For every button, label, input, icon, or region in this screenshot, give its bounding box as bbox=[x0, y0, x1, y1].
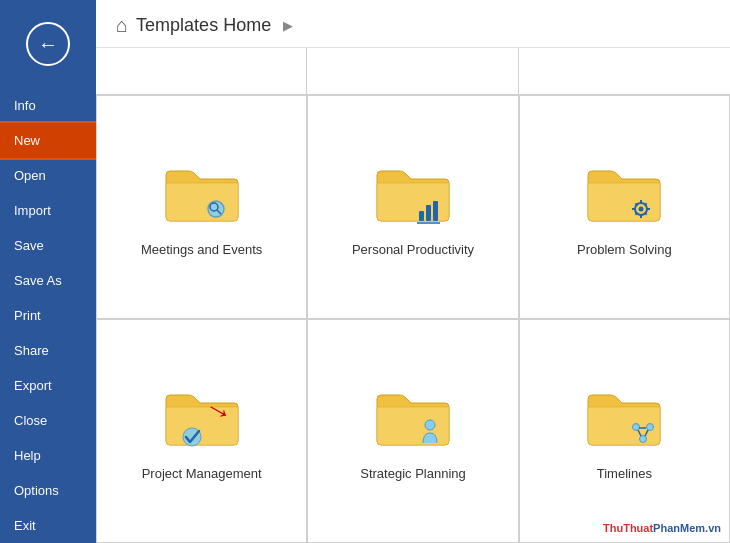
template-label-problem: Problem Solving bbox=[577, 242, 672, 257]
page-title: Templates Home bbox=[136, 15, 271, 36]
template-card-meetings-events[interactable]: Meetings and Events bbox=[96, 95, 307, 319]
folder-icon-productivity bbox=[373, 161, 453, 226]
sidebar-item-print[interactable]: Print bbox=[0, 298, 96, 333]
template-label-strategic: Strategic Planning bbox=[360, 466, 466, 481]
home-icon: ⌂ bbox=[116, 14, 128, 37]
svg-point-20 bbox=[647, 424, 654, 431]
template-card-personal-productivity[interactable]: Personal Productivity bbox=[307, 95, 518, 319]
back-button[interactable]: ← bbox=[0, 0, 96, 88]
template-label-meetings: Meetings and Events bbox=[141, 242, 262, 257]
svg-rect-5 bbox=[433, 201, 438, 221]
main-content: ⌂ Templates Home ▶ Meetings and Events bbox=[96, 0, 730, 543]
template-label-productivity: Personal Productivity bbox=[352, 242, 474, 257]
svg-point-18 bbox=[425, 420, 435, 430]
template-card-strategic-planning[interactable]: Strategic Planning bbox=[307, 319, 518, 543]
template-card-problem-solving[interactable]: Problem Solving bbox=[519, 95, 730, 319]
sidebar-item-open[interactable]: Open bbox=[0, 158, 96, 193]
folder-icon-project: → bbox=[162, 385, 242, 450]
sidebar-item-close[interactable]: Close bbox=[0, 403, 96, 438]
template-label-timelines: Timelines bbox=[597, 466, 652, 481]
watermark: ThuThuatPhanMem.vn bbox=[603, 522, 721, 534]
sidebar-item-export[interactable]: Export bbox=[0, 368, 96, 403]
template-label-project: Project Management bbox=[142, 466, 262, 481]
sidebar-item-help[interactable]: Help bbox=[0, 438, 96, 473]
folder-icon-strategic bbox=[373, 385, 453, 450]
template-card-project-management[interactable]: → Project Management bbox=[96, 319, 307, 543]
folder-icon-timelines bbox=[584, 385, 664, 450]
sidebar-item-info[interactable]: Info bbox=[0, 88, 96, 123]
svg-point-8 bbox=[639, 207, 644, 212]
svg-point-19 bbox=[633, 424, 640, 431]
folder-icon-meetings bbox=[162, 161, 242, 226]
back-circle-icon: ← bbox=[26, 22, 70, 66]
breadcrumb-arrow-icon: ▶ bbox=[283, 18, 293, 33]
sidebar-item-save[interactable]: Save bbox=[0, 228, 96, 263]
sidebar-item-exit[interactable]: Exit bbox=[0, 508, 96, 543]
svg-rect-3 bbox=[419, 211, 424, 221]
sidebar-item-share[interactable]: Share bbox=[0, 333, 96, 368]
breadcrumb: ⌂ Templates Home ▶ bbox=[96, 0, 730, 48]
sidebar: ← Info New Open Import Save Save As Prin… bbox=[0, 0, 96, 543]
template-card-timelines[interactable]: Timelines ThuThuatPhanMem.vn bbox=[519, 319, 730, 543]
svg-rect-4 bbox=[426, 205, 431, 221]
sidebar-item-new[interactable]: New bbox=[0, 123, 96, 158]
svg-point-21 bbox=[640, 436, 647, 443]
templates-grid: Meetings and Events Personal Productivit… bbox=[96, 95, 730, 543]
sidebar-item-save-as[interactable]: Save As bbox=[0, 263, 96, 298]
sidebar-item-options[interactable]: Options bbox=[0, 473, 96, 508]
sidebar-item-import[interactable]: Import bbox=[0, 193, 96, 228]
folder-icon-problem bbox=[584, 161, 664, 226]
